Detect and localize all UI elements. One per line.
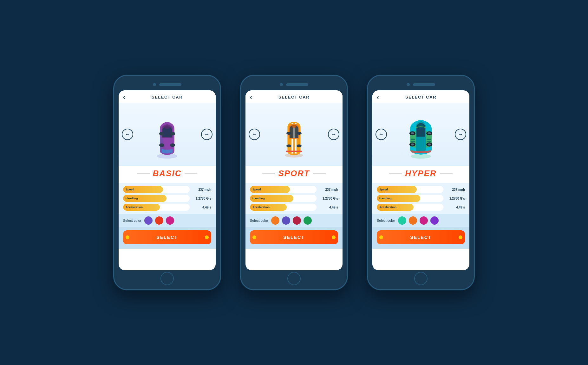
- home-button[interactable]: [287, 272, 301, 285]
- phone-screen: ‹ SELECT CAR ←: [119, 90, 216, 270]
- color-option[interactable]: [155, 216, 163, 225]
- prev-car-button[interactable]: ←: [376, 129, 387, 140]
- car-name: BASIC: [153, 169, 182, 178]
- stat-bar: Acceleration: [250, 204, 317, 211]
- svg-point-12: [297, 144, 302, 147]
- car-image: [148, 109, 186, 160]
- screen-header: ‹ SELECT CAR: [119, 90, 216, 103]
- select-button-section: SELECT: [372, 227, 469, 249]
- car-name-section: BASIC: [119, 166, 216, 183]
- svg-point-1: [164, 125, 170, 129]
- car-image: [402, 109, 440, 160]
- prev-car-button[interactable]: ←: [249, 129, 260, 140]
- next-car-button[interactable]: →: [328, 129, 339, 140]
- color-option[interactable]: [409, 216, 417, 225]
- stat-label: Speed: [126, 188, 134, 191]
- stat-row: Speed 237 mph: [250, 186, 338, 193]
- color-section-label: Select color: [250, 219, 268, 222]
- stat-value: 4.49 s: [446, 206, 465, 209]
- svg-point-22: [411, 144, 414, 145]
- car-display-area: ← →: [245, 103, 343, 166]
- home-button[interactable]: [160, 272, 174, 285]
- car-name: SPORT: [278, 169, 310, 178]
- color-option[interactable]: [293, 216, 301, 225]
- stat-label: Handling: [252, 197, 265, 200]
- svg-point-4: [159, 132, 164, 135]
- select-car-button[interactable]: SELECT: [377, 230, 465, 244]
- color-option[interactable]: [271, 216, 279, 225]
- svg-point-25: [428, 132, 431, 134]
- select-button-section: SELECT: [119, 227, 216, 249]
- front-camera: [153, 83, 156, 86]
- name-dash-right: [185, 173, 197, 174]
- phone-device: ‹ SELECT CAR ←: [113, 75, 221, 290]
- color-section: Select color: [245, 214, 343, 227]
- stats-section: Speed 237 mph Handling 1.2780 G's Accele…: [372, 183, 469, 214]
- color-option[interactable]: [398, 216, 406, 225]
- stat-bar: Handling: [123, 195, 190, 202]
- color-option[interactable]: [430, 216, 439, 225]
- color-options: [271, 216, 312, 225]
- prev-car-button[interactable]: ←: [122, 129, 133, 140]
- stats-section: Speed 237 mph Handling 1.2780 G's Accele…: [119, 183, 216, 214]
- car-display-area: ← →: [119, 103, 216, 166]
- name-dash-left: [389, 173, 402, 174]
- stat-row: Acceleration 4.49 s: [250, 204, 338, 211]
- name-dash-right: [440, 173, 453, 174]
- color-section-label: Select color: [123, 219, 141, 222]
- phone-basic: ‹ SELECT CAR ←: [113, 75, 221, 290]
- stat-row: Acceleration 4.49 s: [123, 204, 211, 211]
- stat-value: 1.2780 G's: [319, 197, 338, 200]
- back-button[interactable]: ‹: [377, 93, 379, 101]
- phone-screen: ‹ SELECT CAR ←: [372, 90, 469, 270]
- stat-label: Handling: [379, 197, 392, 200]
- back-button[interactable]: ‹: [250, 93, 252, 101]
- phones-container: ‹ SELECT CAR ←: [94, 56, 494, 309]
- name-dash-left: [137, 173, 150, 174]
- screen-header: ‹ SELECT CAR: [245, 90, 343, 103]
- car-name-section: HYPER: [372, 166, 469, 183]
- color-options: [144, 216, 174, 225]
- stat-row: Acceleration 4.49 s: [377, 204, 465, 211]
- screen-header: ‹ SELECT CAR: [372, 90, 469, 103]
- svg-rect-28: [411, 141, 415, 142]
- screen-title: SELECT CAR: [405, 95, 436, 99]
- next-car-button[interactable]: →: [201, 129, 212, 140]
- svg-rect-27: [427, 139, 431, 140]
- stat-label: Speed: [252, 188, 261, 191]
- phone-screen: ‹ SELECT CAR ←: [245, 90, 343, 270]
- stat-row: Speed 237 mph: [377, 186, 465, 193]
- color-option[interactable]: [144, 216, 153, 225]
- select-car-button[interactable]: SELECT: [250, 230, 338, 244]
- next-car-button[interactable]: →: [455, 129, 466, 140]
- select-car-button[interactable]: SELECT: [123, 230, 211, 244]
- select-button-section: SELECT: [245, 227, 343, 249]
- svg-point-24: [411, 132, 414, 134]
- stat-value: 4.49 s: [319, 206, 338, 209]
- back-button[interactable]: ‹: [123, 93, 125, 101]
- stat-label: Acceleration: [379, 206, 396, 209]
- home-button[interactable]: [414, 272, 428, 285]
- stat-row: Handling 1.2780 G's: [250, 195, 338, 202]
- svg-rect-26: [411, 139, 415, 140]
- car-image: [275, 109, 313, 160]
- color-option[interactable]: [420, 216, 428, 225]
- stats-section: Speed 237 mph Handling 1.2780 G's Accele…: [245, 183, 343, 214]
- front-camera: [280, 83, 283, 86]
- stat-row: Handling 1.2780 G's: [377, 195, 465, 202]
- car-name-section: SPORT: [245, 166, 343, 183]
- svg-point-10: [292, 125, 296, 128]
- svg-rect-15: [286, 150, 302, 152]
- svg-point-23: [428, 144, 431, 145]
- color-options: [398, 216, 439, 225]
- phone-top-bezel: [372, 80, 469, 89]
- color-section-label: Select color: [377, 219, 395, 222]
- svg-point-5: [170, 132, 175, 135]
- name-dash-left: [262, 173, 275, 174]
- stat-row: Speed 237 mph: [123, 186, 211, 193]
- color-section: Select color: [119, 214, 216, 227]
- color-option[interactable]: [304, 216, 312, 225]
- color-option[interactable]: [166, 216, 174, 225]
- color-section: Select color: [372, 214, 469, 227]
- color-option[interactable]: [282, 216, 290, 225]
